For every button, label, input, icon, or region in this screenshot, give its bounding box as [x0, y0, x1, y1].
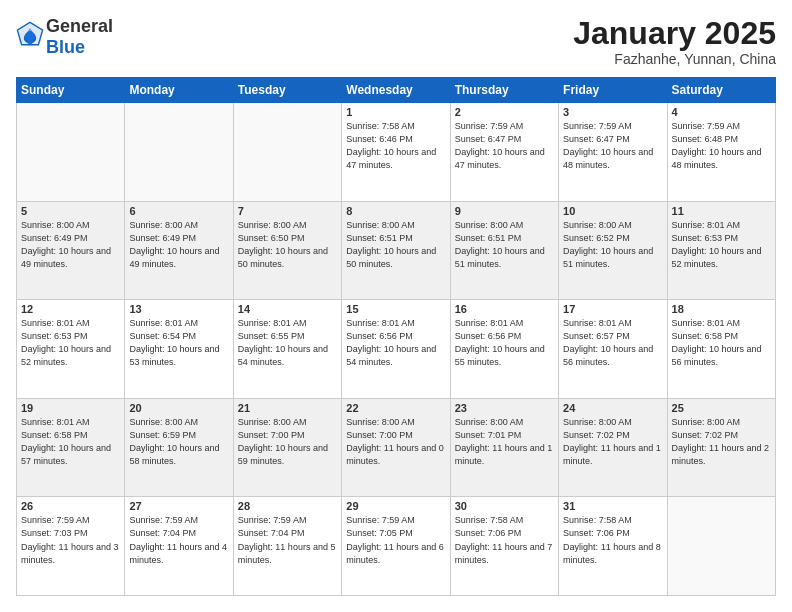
- day-info: Sunrise: 7:58 AM Sunset: 6:46 PM Dayligh…: [346, 120, 445, 172]
- table-row: 5Sunrise: 8:00 AM Sunset: 6:49 PM Daylig…: [17, 201, 125, 300]
- calendar-week-row: 1Sunrise: 7:58 AM Sunset: 6:46 PM Daylig…: [17, 103, 776, 202]
- calendar-week-row: 19Sunrise: 8:01 AM Sunset: 6:58 PM Dayli…: [17, 398, 776, 497]
- col-saturday: Saturday: [667, 78, 775, 103]
- table-row: 15Sunrise: 8:01 AM Sunset: 6:56 PM Dayli…: [342, 300, 450, 399]
- title-block: January 2025 Fazhanhe, Yunnan, China: [573, 16, 776, 67]
- day-number: 26: [21, 500, 120, 512]
- day-info: Sunrise: 8:00 AM Sunset: 7:02 PM Dayligh…: [672, 416, 771, 468]
- table-row: 2Sunrise: 7:59 AM Sunset: 6:47 PM Daylig…: [450, 103, 558, 202]
- day-info: Sunrise: 7:59 AM Sunset: 7:04 PM Dayligh…: [129, 514, 228, 566]
- calendar-header-row: Sunday Monday Tuesday Wednesday Thursday…: [17, 78, 776, 103]
- table-row: 22Sunrise: 8:00 AM Sunset: 7:00 PM Dayli…: [342, 398, 450, 497]
- month-title: January 2025: [573, 16, 776, 51]
- day-number: 4: [672, 106, 771, 118]
- col-thursday: Thursday: [450, 78, 558, 103]
- table-row: 7Sunrise: 8:00 AM Sunset: 6:50 PM Daylig…: [233, 201, 341, 300]
- day-info: Sunrise: 8:01 AM Sunset: 6:58 PM Dayligh…: [672, 317, 771, 369]
- day-info: Sunrise: 8:01 AM Sunset: 6:56 PM Dayligh…: [346, 317, 445, 369]
- table-row: [125, 103, 233, 202]
- day-number: 27: [129, 500, 228, 512]
- calendar-week-row: 12Sunrise: 8:01 AM Sunset: 6:53 PM Dayli…: [17, 300, 776, 399]
- day-info: Sunrise: 8:01 AM Sunset: 6:53 PM Dayligh…: [672, 219, 771, 271]
- day-number: 14: [238, 303, 337, 315]
- day-number: 1: [346, 106, 445, 118]
- location: Fazhanhe, Yunnan, China: [573, 51, 776, 67]
- day-info: Sunrise: 8:01 AM Sunset: 6:57 PM Dayligh…: [563, 317, 662, 369]
- day-info: Sunrise: 8:00 AM Sunset: 6:49 PM Dayligh…: [129, 219, 228, 271]
- day-number: 20: [129, 402, 228, 414]
- col-sunday: Sunday: [17, 78, 125, 103]
- day-number: 7: [238, 205, 337, 217]
- day-info: Sunrise: 8:00 AM Sunset: 6:49 PM Dayligh…: [21, 219, 120, 271]
- day-info: Sunrise: 8:00 AM Sunset: 7:02 PM Dayligh…: [563, 416, 662, 468]
- day-number: 19: [21, 402, 120, 414]
- day-info: Sunrise: 8:00 AM Sunset: 6:51 PM Dayligh…: [455, 219, 554, 271]
- day-number: 21: [238, 402, 337, 414]
- day-number: 9: [455, 205, 554, 217]
- day-info: Sunrise: 8:01 AM Sunset: 6:56 PM Dayligh…: [455, 317, 554, 369]
- day-number: 30: [455, 500, 554, 512]
- day-number: 16: [455, 303, 554, 315]
- col-friday: Friday: [559, 78, 667, 103]
- day-info: Sunrise: 7:59 AM Sunset: 7:04 PM Dayligh…: [238, 514, 337, 566]
- day-info: Sunrise: 8:01 AM Sunset: 6:55 PM Dayligh…: [238, 317, 337, 369]
- day-number: 2: [455, 106, 554, 118]
- day-number: 15: [346, 303, 445, 315]
- day-info: Sunrise: 8:00 AM Sunset: 6:51 PM Dayligh…: [346, 219, 445, 271]
- logo-icon: [16, 21, 44, 49]
- table-row: 31Sunrise: 7:58 AM Sunset: 7:06 PM Dayli…: [559, 497, 667, 596]
- table-row: 30Sunrise: 7:58 AM Sunset: 7:06 PM Dayli…: [450, 497, 558, 596]
- table-row: 12Sunrise: 8:01 AM Sunset: 6:53 PM Dayli…: [17, 300, 125, 399]
- day-info: Sunrise: 8:00 AM Sunset: 6:50 PM Dayligh…: [238, 219, 337, 271]
- table-row: 26Sunrise: 7:59 AM Sunset: 7:03 PM Dayli…: [17, 497, 125, 596]
- table-row: 4Sunrise: 7:59 AM Sunset: 6:48 PM Daylig…: [667, 103, 775, 202]
- day-number: 17: [563, 303, 662, 315]
- day-info: Sunrise: 8:00 AM Sunset: 7:01 PM Dayligh…: [455, 416, 554, 468]
- day-info: Sunrise: 8:00 AM Sunset: 7:00 PM Dayligh…: [346, 416, 445, 468]
- table-row: 25Sunrise: 8:00 AM Sunset: 7:02 PM Dayli…: [667, 398, 775, 497]
- table-row: 28Sunrise: 7:59 AM Sunset: 7:04 PM Dayli…: [233, 497, 341, 596]
- table-row: 17Sunrise: 8:01 AM Sunset: 6:57 PM Dayli…: [559, 300, 667, 399]
- table-row: 10Sunrise: 8:00 AM Sunset: 6:52 PM Dayli…: [559, 201, 667, 300]
- day-number: 3: [563, 106, 662, 118]
- day-info: Sunrise: 8:01 AM Sunset: 6:58 PM Dayligh…: [21, 416, 120, 468]
- day-info: Sunrise: 8:01 AM Sunset: 6:54 PM Dayligh…: [129, 317, 228, 369]
- table-row: [233, 103, 341, 202]
- table-row: 11Sunrise: 8:01 AM Sunset: 6:53 PM Dayli…: [667, 201, 775, 300]
- day-info: Sunrise: 7:58 AM Sunset: 7:06 PM Dayligh…: [563, 514, 662, 566]
- table-row: 16Sunrise: 8:01 AM Sunset: 6:56 PM Dayli…: [450, 300, 558, 399]
- day-info: Sunrise: 8:00 AM Sunset: 6:52 PM Dayligh…: [563, 219, 662, 271]
- table-row: 3Sunrise: 7:59 AM Sunset: 6:47 PM Daylig…: [559, 103, 667, 202]
- logo-text: General Blue: [46, 16, 113, 58]
- table-row: 23Sunrise: 8:00 AM Sunset: 7:01 PM Dayli…: [450, 398, 558, 497]
- day-info: Sunrise: 8:00 AM Sunset: 7:00 PM Dayligh…: [238, 416, 337, 468]
- day-number: 22: [346, 402, 445, 414]
- table-row: 8Sunrise: 8:00 AM Sunset: 6:51 PM Daylig…: [342, 201, 450, 300]
- header: General Blue January 2025 Fazhanhe, Yunn…: [16, 16, 776, 67]
- day-number: 28: [238, 500, 337, 512]
- day-number: 29: [346, 500, 445, 512]
- day-number: 12: [21, 303, 120, 315]
- table-row: 1Sunrise: 7:58 AM Sunset: 6:46 PM Daylig…: [342, 103, 450, 202]
- table-row: 21Sunrise: 8:00 AM Sunset: 7:00 PM Dayli…: [233, 398, 341, 497]
- page: General Blue January 2025 Fazhanhe, Yunn…: [0, 0, 792, 612]
- day-number: 13: [129, 303, 228, 315]
- day-info: Sunrise: 8:01 AM Sunset: 6:53 PM Dayligh…: [21, 317, 120, 369]
- table-row: 14Sunrise: 8:01 AM Sunset: 6:55 PM Dayli…: [233, 300, 341, 399]
- table-row: 20Sunrise: 8:00 AM Sunset: 6:59 PM Dayli…: [125, 398, 233, 497]
- day-number: 23: [455, 402, 554, 414]
- day-info: Sunrise: 7:59 AM Sunset: 6:47 PM Dayligh…: [455, 120, 554, 172]
- day-info: Sunrise: 7:58 AM Sunset: 7:06 PM Dayligh…: [455, 514, 554, 566]
- day-number: 24: [563, 402, 662, 414]
- table-row: 6Sunrise: 8:00 AM Sunset: 6:49 PM Daylig…: [125, 201, 233, 300]
- col-tuesday: Tuesday: [233, 78, 341, 103]
- table-row: 9Sunrise: 8:00 AM Sunset: 6:51 PM Daylig…: [450, 201, 558, 300]
- day-number: 31: [563, 500, 662, 512]
- table-row: [17, 103, 125, 202]
- calendar-table: Sunday Monday Tuesday Wednesday Thursday…: [16, 77, 776, 596]
- table-row: 13Sunrise: 8:01 AM Sunset: 6:54 PM Dayli…: [125, 300, 233, 399]
- table-row: 19Sunrise: 8:01 AM Sunset: 6:58 PM Dayli…: [17, 398, 125, 497]
- table-row: 24Sunrise: 8:00 AM Sunset: 7:02 PM Dayli…: [559, 398, 667, 497]
- day-info: Sunrise: 8:00 AM Sunset: 6:59 PM Dayligh…: [129, 416, 228, 468]
- col-wednesday: Wednesday: [342, 78, 450, 103]
